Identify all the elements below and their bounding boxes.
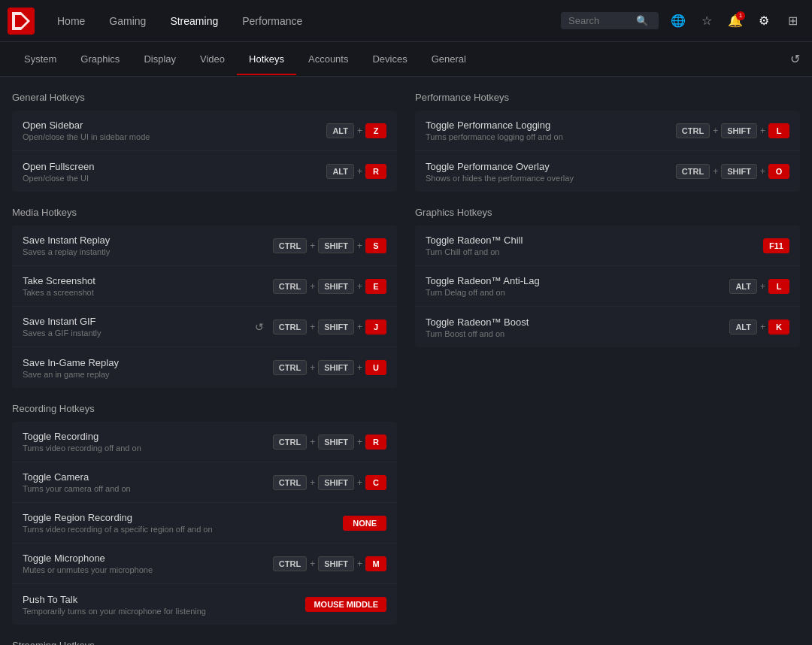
hotkey-keys[interactable]: CTRL + SHIFT + S (273, 238, 386, 253)
hotkey-keys[interactable]: NONE (343, 516, 386, 531)
table-row: Toggle Camera Turns your camera off and … (12, 462, 397, 503)
tab-accounts[interactable]: Accounts (296, 44, 360, 75)
tab-system[interactable]: System (12, 44, 68, 75)
hotkey-name: Toggle Radeon™ Anti-Lag (426, 275, 729, 286)
hotkey-keys[interactable]: ALT + R (326, 164, 386, 179)
hotkey-name: Open Fullscreen (23, 161, 326, 172)
table-row: Toggle Microphone Mutes or unmutes your … (12, 544, 397, 584)
hotkey-keys[interactable]: CTRL + SHIFT + M (273, 556, 386, 571)
hotkey-keys[interactable]: CTRL + SHIFT + E (273, 279, 386, 294)
hotkey-keys[interactable]: ALT + L (729, 279, 789, 294)
hotkey-desc: Save an in game replay (23, 370, 273, 379)
nav-home[interactable]: Home (47, 11, 95, 32)
hotkey-name: Toggle Performance Overlay (426, 161, 676, 172)
recording-hotkeys-title: Recording Hotkeys (12, 403, 397, 414)
key-mouse-middle: MOUSE MIDDLE (305, 597, 386, 612)
tab-video[interactable]: Video (188, 44, 237, 75)
hotkey-name: Save Instant Replay (23, 235, 273, 246)
hotkey-desc: Turn Chill off and on (426, 247, 763, 256)
hotkey-keys[interactable]: CTRL + SHIFT + C (273, 475, 386, 490)
performance-hotkeys-title: Performance Hotkeys (415, 92, 800, 103)
hotkey-desc: Turn Delag off and on (426, 288, 729, 297)
key-r: R (365, 164, 386, 179)
reset-icon[interactable]: ↺ (255, 321, 264, 333)
hotkey-desc: Temporarily turns on your microphone for… (23, 607, 305, 616)
gear-icon[interactable]: ⚙ (752, 9, 776, 33)
table-row: Save Instant Replay Saves a replay insta… (12, 226, 397, 266)
table-row: Take Screenshot Takes a screenshot CTRL … (12, 266, 397, 307)
hotkey-name: Open Sidebar (23, 120, 326, 131)
table-row: Toggle Radeon™ Anti-Lag Turn Delag off a… (415, 266, 800, 307)
search-icon: 🔍 (636, 15, 648, 26)
media-hotkeys-title: Media Hotkeys (12, 207, 397, 218)
hotkey-keys[interactable]: ↺ CTRL + SHIFT + J (255, 319, 386, 335)
tab-devices[interactable]: Devices (360, 44, 419, 75)
tab-general[interactable]: General (420, 44, 478, 75)
refresh-icon[interactable]: ↺ (790, 52, 800, 66)
tab-graphics[interactable]: Graphics (68, 44, 132, 75)
hotkey-desc: Turns your camera off and on (23, 484, 273, 493)
hotkey-desc: Takes a screenshot (23, 288, 273, 297)
table-row: Toggle Recording Turns video recording o… (12, 422, 397, 462)
bell-icon[interactable]: 🔔 1 (723, 9, 747, 33)
hotkey-keys[interactable]: CTRL + SHIFT + U (273, 360, 386, 375)
nav-gaming[interactable]: Gaming (98, 11, 156, 32)
hotkey-name: Toggle Camera (23, 471, 273, 483)
hotkey-name: Take Screenshot (23, 275, 273, 286)
hotkey-name: Save Instant GIF (23, 316, 255, 327)
hotkey-desc: Open/close the UI in sidebar mode (23, 132, 326, 141)
table-row: Toggle Radeon™ Boost Turn Boost off and … (415, 307, 800, 347)
table-row: Push To Talk Temporarily turns on your m… (12, 584, 397, 625)
performance-hotkeys-block: Toggle Performance Logging Turns perform… (415, 111, 800, 192)
graphics-hotkeys-title: Graphics Hotkeys (415, 207, 800, 218)
search-input[interactable] (568, 15, 636, 26)
hotkey-desc: Shows or hides the performance overlay (426, 174, 676, 183)
left-column: General Hotkeys Open Sidebar Open/close … (12, 92, 397, 645)
hotkey-name: Toggle Performance Logging (426, 120, 676, 131)
nav-links: Home Gaming Streaming Performance (47, 11, 561, 32)
hotkey-desc: Saves a GIF instantly (23, 329, 255, 338)
hotkey-keys[interactable]: CTRL + SHIFT + L (676, 123, 789, 138)
star-icon[interactable]: ☆ (695, 9, 719, 33)
hotkey-name: Toggle Radeon™ Boost (426, 316, 729, 328)
hotkey-desc: Turns video recording of a specific regi… (23, 525, 343, 534)
globe-icon[interactable]: 🌐 (666, 9, 690, 33)
top-nav: Home Gaming Streaming Performance 🔍 🌐 ☆ … (0, 0, 812, 42)
tabs-bar: System Graphics Display Video Hotkeys Ac… (0, 42, 812, 77)
key-alt: ALT (326, 164, 354, 179)
layout-icon[interactable]: ⊞ (780, 9, 804, 33)
tab-hotkeys[interactable]: Hotkeys (237, 44, 296, 75)
hotkey-name: Toggle Recording (23, 431, 273, 442)
hotkey-keys[interactable]: F11 (763, 238, 789, 253)
streaming-hotkeys-title: Streaming Hotkeys (12, 640, 397, 645)
hotkey-name: Save In-Game Replay (23, 357, 273, 368)
hotkey-keys[interactable]: CTRL + SHIFT + O (676, 164, 789, 179)
hotkey-name: Toggle Radeon™ Chill (426, 235, 763, 246)
hotkey-keys[interactable]: CTRL + SHIFT + R (273, 435, 386, 450)
table-row: Save In-Game Replay Save an in game repl… (12, 347, 397, 388)
hotkey-keys[interactable]: MOUSE MIDDLE (305, 597, 386, 612)
nav-performance[interactable]: Performance (232, 11, 313, 32)
nav-streaming[interactable]: Streaming (159, 11, 229, 32)
table-row: Toggle Performance Overlay Shows or hide… (415, 151, 800, 192)
amd-logo (8, 8, 35, 35)
hotkey-name: Toggle Region Recording (23, 512, 343, 523)
general-hotkeys-block: Open Sidebar Open/close the UI in sideba… (12, 111, 397, 192)
table-row: Toggle Radeon™ Chill Turn Chill off and … (415, 226, 800, 266)
recording-hotkeys-block: Toggle Recording Turns video recording o… (12, 422, 397, 625)
right-column: Performance Hotkeys Toggle Performance L… (415, 92, 800, 645)
table-row: Open Fullscreen Open/close the UI ALT + … (12, 151, 397, 192)
hotkey-desc: Saves a replay instantly (23, 247, 273, 256)
hotkey-desc: Turn Boost off and on (426, 329, 729, 338)
table-row: Toggle Performance Logging Turns perform… (415, 111, 800, 151)
hotkey-keys[interactable]: ALT + Z (326, 123, 386, 138)
general-hotkeys-title: General Hotkeys (12, 92, 397, 103)
key-z: Z (365, 123, 386, 138)
notification-badge: 1 (736, 11, 745, 20)
main-content: General Hotkeys Open Sidebar Open/close … (0, 77, 812, 645)
search-box: 🔍 (561, 12, 659, 29)
tab-display[interactable]: Display (132, 44, 188, 75)
hotkey-desc: Turns video recording off and on (23, 444, 273, 453)
hotkey-keys[interactable]: ALT + K (729, 319, 789, 335)
hotkey-desc: Open/close the UI (23, 174, 326, 183)
